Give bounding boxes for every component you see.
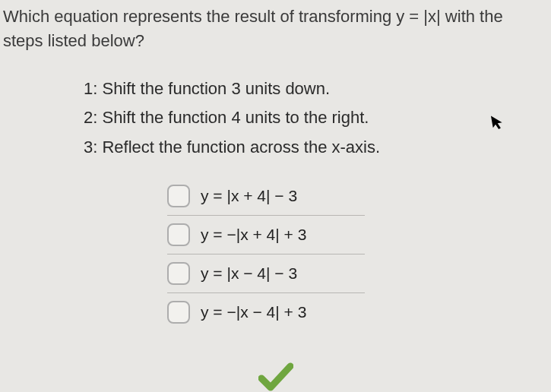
answer-options: y = |x + 4| − 3 y = −|x + 4| + 3 y = |x … (167, 177, 365, 331)
option-b[interactable]: y = −|x + 4| + 3 (167, 216, 365, 254)
checkbox-b[interactable] (167, 223, 190, 246)
option-b-text: y = −|x + 4| + 3 (201, 226, 306, 244)
checkbox-d[interactable] (167, 301, 190, 324)
step-1: 1: Shift the function 3 units down. (84, 74, 551, 104)
option-a-text: y = |x + 4| − 3 (201, 187, 297, 205)
question-stem: Which equation represents the result of … (0, 0, 551, 53)
option-a[interactable]: y = |x + 4| − 3 (167, 177, 365, 216)
option-d-text: y = −|x − 4| + 3 (201, 303, 306, 321)
option-d[interactable]: y = −|x − 4| + 3 (167, 293, 365, 331)
step-3: 3: Reflect the function across the x-axi… (84, 133, 551, 163)
option-c[interactable]: y = |x − 4| − 3 (167, 254, 365, 293)
checkbox-a[interactable] (167, 185, 190, 207)
step-2: 2: Shift the function 4 units to the rig… (84, 103, 551, 133)
transformation-steps: 1: Shift the function 3 units down. 2: S… (84, 74, 551, 163)
option-c-text: y = |x − 4| − 3 (201, 264, 297, 283)
check-icon[interactable] (258, 362, 293, 392)
checkbox-c[interactable] (167, 262, 190, 285)
